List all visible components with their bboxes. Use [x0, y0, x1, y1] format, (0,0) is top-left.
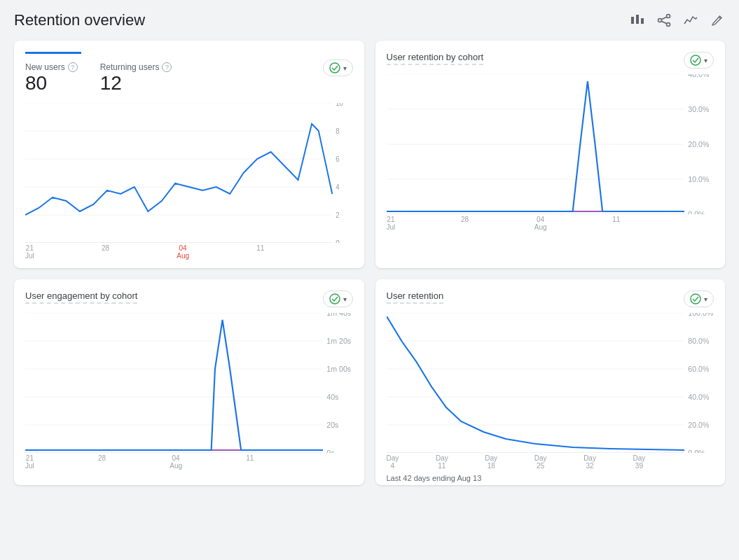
- svg-text:20.0%: 20.0%: [688, 421, 709, 429]
- svg-text:0.0%: 0.0%: [688, 449, 705, 453]
- svg-rect-2: [641, 18, 644, 24]
- new-users-value: 80: [25, 72, 78, 94]
- users-x-axis: 21Jul 28 04Aug 11: [25, 244, 353, 260]
- x-ec-11: 11: [246, 454, 254, 470]
- svg-text:20.0%: 20.0%: [688, 141, 709, 148]
- x-r-day18: Day18: [485, 454, 497, 470]
- engagement-cohort-x-axis: 21Jul 28 04Aug 11: [25, 454, 353, 470]
- svg-line-7: [661, 21, 667, 24]
- x-r-day4: Day4: [387, 454, 399, 470]
- svg-text:30.0%: 30.0%: [688, 106, 709, 113]
- svg-point-5: [667, 23, 670, 27]
- page-header: Retention overview: [14, 11, 725, 29]
- users-metrics: New users ? 80 Returning users ? 12: [25, 62, 172, 94]
- header-icons: [630, 13, 725, 28]
- engagement-cohort-check-dropdown[interactable]: ▾: [323, 290, 353, 307]
- svg-text:1m 20s: 1m 20s: [326, 337, 351, 345]
- new-users-label: New users ?: [25, 62, 78, 72]
- compare-icon[interactable]: [630, 13, 645, 28]
- x-rc-11: 11: [612, 216, 620, 231]
- x-rc-28: 28: [461, 216, 469, 231]
- x-r-day25: Day25: [534, 454, 547, 470]
- svg-text:40s: 40s: [326, 393, 338, 401]
- x-label-04-aug: 04Aug: [177, 244, 189, 260]
- retention-dropdown-chevron: ▾: [704, 295, 707, 303]
- svg-text:10: 10: [336, 103, 343, 107]
- x-label-28: 28: [102, 244, 109, 260]
- svg-point-48: [691, 294, 700, 304]
- x-r-day11: Day11: [436, 454, 448, 470]
- users-overview-card: New users ? 80 Returning users ? 12: [14, 41, 364, 268]
- svg-text:60.0%: 60.0%: [688, 365, 709, 373]
- retention-chart: 100.0% 80.0% 60.0% 40.0% 20.0% 0.0% Day4…: [387, 313, 714, 467]
- svg-point-22: [691, 55, 700, 65]
- new-users-info-icon[interactable]: ?: [68, 62, 78, 72]
- user-engagement-cohort-card: User engagement by cohort ▾: [14, 279, 364, 485]
- svg-point-3: [667, 15, 670, 18]
- svg-point-9: [330, 63, 340, 73]
- page-title: Retention overview: [14, 11, 145, 29]
- svg-text:0s: 0s: [326, 449, 334, 453]
- dashboard-grid: New users ? 80 Returning users ? 12: [14, 41, 725, 485]
- svg-text:8: 8: [336, 127, 340, 135]
- card-header-engagement-cohort: User engagement by cohort ▾: [25, 290, 353, 307]
- svg-text:1m 00s: 1m 00s: [326, 365, 351, 373]
- retention-cohort-dropdown-chevron: ▾: [704, 57, 707, 64]
- svg-rect-1: [636, 15, 639, 24]
- x-r-day39: Day39: [633, 454, 646, 470]
- svg-text:10.0%: 10.0%: [688, 176, 709, 183]
- svg-text:40.0%: 40.0%: [688, 393, 709, 401]
- retention-cohort-chart: 40.0% 30.0% 20.0% 10.0% 0.0% 21Jul 28 04…: [387, 74, 714, 228]
- x-rc-21: 21Jul: [387, 216, 396, 231]
- engagement-cohort-dropdown-chevron: ▾: [343, 295, 347, 303]
- returning-users-metric: Returning users ? 12: [100, 62, 172, 94]
- x-rc-04: 04Aug: [534, 216, 547, 231]
- returning-users-info-icon[interactable]: ?: [162, 62, 172, 72]
- sparkline-icon[interactable]: [683, 13, 698, 28]
- svg-text:6: 6: [336, 155, 340, 163]
- x-label-21-jul: 21Jul: [25, 244, 34, 260]
- user-retention-card: User retention ▾ 100.0%: [375, 279, 726, 485]
- svg-text:0.0%: 0.0%: [688, 211, 705, 214]
- x-ec-04: 04Aug: [170, 454, 182, 470]
- svg-text:40.0%: 40.0%: [688, 74, 709, 78]
- retention-footnote: Last 42 days ending Aug 13: [387, 474, 714, 482]
- x-ec-21: 21Jul: [25, 454, 34, 470]
- blue-tab: [25, 52, 81, 54]
- retention-title: User retention: [387, 290, 444, 304]
- new-users-metric: New users ? 80: [25, 62, 78, 94]
- edit-icon[interactable]: [710, 13, 725, 28]
- retention-x-axis: Day4 Day11 Day18 Day25 Day32 Day39: [387, 454, 714, 470]
- retention-check-dropdown[interactable]: ▾: [684, 290, 714, 307]
- svg-point-4: [658, 19, 662, 22]
- engagement-cohort-chart: 1m 40s 1m 20s 1m 00s 40s 20s 0s 21Jul 28…: [25, 313, 353, 474]
- engagement-cohort-title: User engagement by cohort: [25, 290, 137, 304]
- svg-text:1m 40s: 1m 40s: [326, 313, 351, 317]
- card-header-retention-cohort: User retention by cohort ▾: [387, 52, 714, 69]
- svg-text:80.0%: 80.0%: [688, 337, 709, 345]
- returning-users-value: 12: [100, 72, 172, 94]
- x-label-11: 11: [256, 244, 264, 260]
- x-ec-28: 28: [98, 454, 106, 470]
- svg-line-6: [661, 17, 667, 20]
- svg-text:4: 4: [336, 183, 340, 191]
- svg-text:0: 0: [336, 239, 340, 243]
- svg-rect-0: [631, 17, 634, 24]
- users-dropdown-chevron: ▾: [343, 64, 347, 72]
- returning-users-label: Returning users ?: [100, 62, 172, 72]
- retention-cohort-x-axis: 21Jul 28 04Aug 11: [387, 216, 714, 231]
- users-overview-chart: 10 8 6 4 2 0 21Jul 28 04Aug 11: [25, 103, 353, 257]
- users-check-dropdown[interactable]: ▾: [323, 59, 353, 76]
- share-icon[interactable]: [656, 13, 672, 28]
- x-r-day32: Day32: [583, 454, 596, 470]
- svg-text:2: 2: [336, 211, 339, 219]
- card-header-retention: User retention ▾: [387, 290, 714, 307]
- user-retention-cohort-card: User retention by cohort ▾: [375, 41, 726, 268]
- retention-cohort-title: User retention by cohort: [387, 52, 484, 65]
- retention-cohort-check-dropdown[interactable]: ▾: [684, 52, 714, 69]
- svg-text:20s: 20s: [326, 421, 338, 429]
- svg-point-34: [330, 294, 340, 304]
- svg-text:100.0%: 100.0%: [688, 313, 713, 317]
- card-header-users: New users ? 80 Returning users ? 12: [25, 59, 353, 97]
